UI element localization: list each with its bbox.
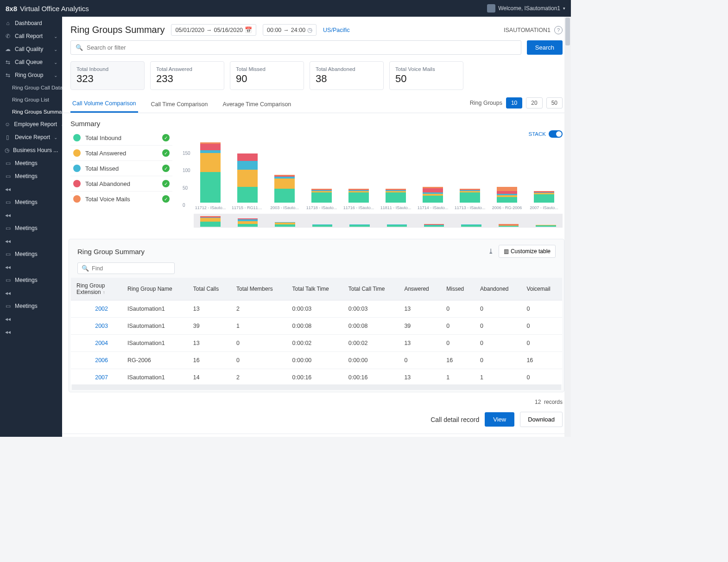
table-find-box[interactable]: 🔍 bbox=[77, 262, 175, 274]
sidebar-item[interactable]: ☺Employee Report⌄ bbox=[0, 118, 62, 131]
x-axis-label: 2006 - RG-2006 bbox=[492, 205, 522, 210]
search-filter-box[interactable]: 🔍 bbox=[70, 40, 521, 55]
sidebar-item[interactable]: ▭Meetings bbox=[0, 170, 62, 183]
x-axis-label: 11811 - ISauto... bbox=[380, 205, 411, 210]
table-header[interactable]: Ring Group Extension↑ bbox=[71, 278, 122, 300]
view-button[interactable]: View bbox=[485, 412, 514, 427]
legend-item[interactable]: Total Answered✓ bbox=[70, 146, 172, 161]
extension-link[interactable]: 2004 bbox=[71, 335, 122, 352]
sidebar-item[interactable]: ▭Meetings bbox=[0, 300, 62, 313]
nav-icon: ◂◂ bbox=[5, 186, 11, 192]
timezone-link[interactable]: US/Pacific bbox=[323, 27, 350, 33]
extension-link[interactable]: 2003 bbox=[71, 318, 122, 335]
user-welcome[interactable]: Welcome, ISautomation1 ▾ bbox=[487, 4, 565, 13]
nav-icon: ⇆ bbox=[5, 72, 11, 78]
tab[interactable]: Average Time Comparison bbox=[221, 96, 293, 112]
table-header[interactable]: Voicemail bbox=[521, 278, 562, 300]
table-header[interactable]: Abandoned bbox=[475, 278, 521, 300]
sidebar-item[interactable]: ▯Device Report⌄ bbox=[0, 131, 62, 144]
x-axis-label: 2007 - ISauto... bbox=[530, 205, 558, 210]
time-range-picker[interactable]: 00:00 → 24:00 ◷ bbox=[263, 24, 317, 36]
chart-bar[interactable]: 11811 - ISauto... bbox=[379, 189, 412, 210]
sidebar-sub-item[interactable]: Ring Groups Summary(beta) bbox=[0, 106, 62, 118]
chart-bar[interactable]: 11714 - ISauto... bbox=[416, 187, 449, 211]
chart-bar[interactable]: 2003 - ISauto... bbox=[268, 175, 301, 210]
sidebar: ⌂Dashboard✆Call Report⌄☁Call Quality⌄⇆Ca… bbox=[0, 17, 62, 437]
check-icon: ✓ bbox=[162, 134, 170, 141]
chart-bar[interactable]: 2006 - RG-2006 bbox=[490, 187, 524, 211]
table-header[interactable]: Total Call Time bbox=[343, 278, 399, 300]
sidebar-item[interactable]: ◂◂ bbox=[0, 209, 62, 222]
sidebar-item[interactable]: ⇆Call Queue⌄ bbox=[0, 56, 62, 69]
table-header[interactable]: Total Talk Time bbox=[287, 278, 343, 300]
vertical-scrollbar[interactable] bbox=[564, 17, 571, 437]
tab[interactable]: Call Volume Comparison bbox=[70, 96, 138, 113]
sidebar-sub-item[interactable]: Ring Group List bbox=[0, 94, 62, 106]
check-icon: ✓ bbox=[162, 180, 170, 187]
sidebar-item[interactable]: ◂◂ bbox=[0, 287, 62, 300]
chart-bar[interactable]: 11715 - RG11715 bbox=[231, 153, 264, 211]
extension-link[interactable]: 2006 bbox=[71, 352, 122, 369]
table-header[interactable]: Total Calls bbox=[188, 278, 231, 300]
sidebar-sub-item[interactable]: Ring Group Call Data bbox=[0, 82, 62, 94]
nav-icon: ▭ bbox=[5, 225, 11, 231]
download-button[interactable]: Download bbox=[520, 412, 563, 427]
table-header[interactable]: Total Members bbox=[231, 278, 287, 300]
download-icon[interactable]: ⤓ bbox=[488, 247, 494, 255]
sidebar-item[interactable]: ☁Call Quality⌄ bbox=[0, 43, 62, 56]
y-axis-tick: 100 bbox=[183, 168, 190, 173]
sidebar-item[interactable]: ◂◂ bbox=[0, 326, 62, 338]
sidebar-item[interactable]: ✆Call Report⌄ bbox=[0, 30, 62, 43]
sidebar-item[interactable]: ◂◂ bbox=[0, 235, 62, 248]
help-icon[interactable]: ? bbox=[554, 26, 563, 34]
chart-overview-strip[interactable] bbox=[194, 214, 563, 228]
chart-bar[interactable]: 11718 - ISauto... bbox=[305, 189, 338, 210]
sidebar-item[interactable]: ◂◂ bbox=[0, 313, 62, 326]
summary-card: Total Inbound323 bbox=[70, 61, 145, 90]
nav-icon: ⌂ bbox=[5, 20, 11, 26]
legend-item[interactable]: Total Voice Mails✓ bbox=[70, 192, 172, 206]
stack-toggle[interactable]: STACK bbox=[529, 130, 563, 138]
sidebar-item[interactable]: ⌂Dashboard bbox=[0, 17, 62, 30]
ring-group-count-option[interactable]: 10 bbox=[506, 97, 522, 109]
sidebar-item[interactable]: ▭Meetings bbox=[0, 196, 62, 209]
legend-item[interactable]: Total Abandoned✓ bbox=[70, 176, 172, 192]
table-header[interactable]: Ring Group Name bbox=[122, 278, 188, 300]
toggle-switch-icon[interactable] bbox=[549, 130, 563, 138]
chart-bar[interactable]: 11716 - ISauto... bbox=[342, 189, 375, 210]
table-header[interactable]: Missed bbox=[441, 278, 475, 300]
chart-bar[interactable]: 11713 - ISauto... bbox=[453, 189, 487, 210]
extension-link[interactable]: 2002 bbox=[71, 300, 122, 318]
summary-heading: Summary bbox=[62, 113, 571, 130]
table-find-input[interactable] bbox=[92, 265, 171, 272]
search-icon: 🔍 bbox=[82, 265, 89, 272]
nav-icon: ◂◂ bbox=[5, 212, 11, 218]
horizontal-scrollbar[interactable] bbox=[72, 384, 561, 390]
legend-item[interactable]: Total Inbound✓ bbox=[70, 130, 172, 146]
sidebar-item[interactable]: ⇆Ring Group⌄ bbox=[0, 69, 62, 82]
tab[interactable]: Call Time Comparison bbox=[149, 96, 210, 112]
search-input[interactable] bbox=[87, 44, 516, 51]
search-button[interactable]: Search bbox=[527, 40, 563, 55]
check-icon: ✓ bbox=[162, 149, 170, 157]
table-header[interactable]: Answered bbox=[399, 278, 441, 300]
sidebar-item[interactable]: ▭Meetings bbox=[0, 157, 62, 170]
sidebar-item[interactable]: ▭Meetings bbox=[0, 248, 62, 261]
sidebar-item[interactable]: ▭Meetings bbox=[0, 222, 62, 235]
sidebar-item[interactable]: ▭Meetings bbox=[0, 274, 62, 287]
chart-bar[interactable]: 2007 - ISauto... bbox=[527, 191, 561, 211]
legend-item[interactable]: Total Missed✓ bbox=[70, 161, 172, 176]
ring-group-count-option[interactable]: 50 bbox=[546, 97, 563, 109]
sidebar-item[interactable]: ◂◂ bbox=[0, 183, 62, 196]
ring-group-count-option[interactable]: 20 bbox=[526, 97, 542, 109]
date-range-picker[interactable]: 05/01/2020 → 05/16/2020 📅 bbox=[171, 24, 256, 36]
brand: 8x8 Virtual Office Analytics bbox=[6, 5, 89, 13]
nav-icon: ☁ bbox=[5, 46, 11, 52]
nav-icon: ◂◂ bbox=[5, 264, 11, 270]
sidebar-item[interactable]: ◂◂ bbox=[0, 261, 62, 274]
customize-table-button[interactable]: ▥ Customize table bbox=[499, 245, 556, 258]
chevron-down-icon: ⌄ bbox=[54, 73, 57, 78]
chart-bar[interactable]: 11712 - ISauto... bbox=[194, 142, 227, 211]
sidebar-item[interactable]: ◷Business Hours ... bbox=[0, 144, 62, 157]
extension-link[interactable]: 2007 bbox=[71, 369, 122, 385]
